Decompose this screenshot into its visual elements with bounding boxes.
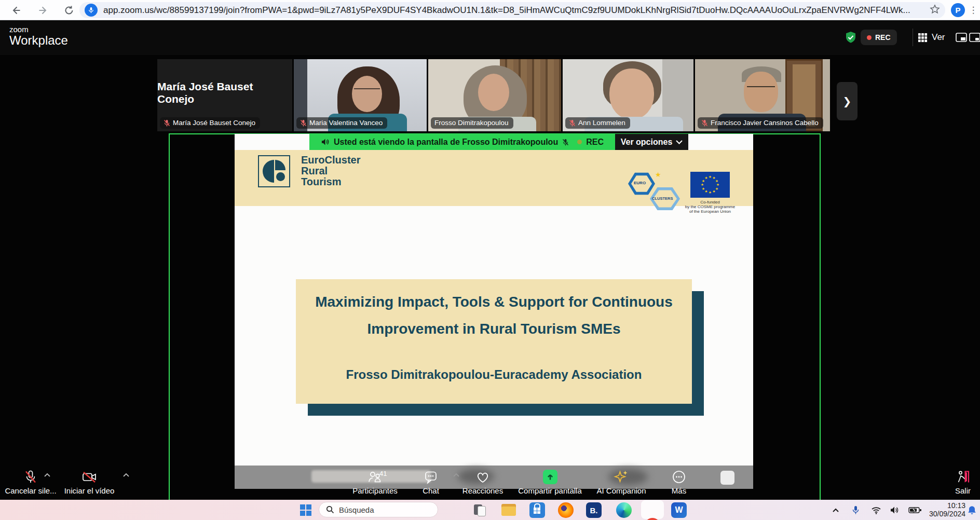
start-video-button[interactable]: Iniciar el vídeo [58, 466, 120, 500]
clock-time: 10:13 [927, 501, 965, 510]
next-participants-button[interactable]: ❯ [837, 82, 857, 120]
participant-name-text: Francisco Javier Cansinos Cabello [711, 119, 819, 127]
active-app-highlight [641, 500, 664, 519]
security-shield-icon[interactable] [844, 31, 857, 46]
chat-button[interactable]: Chat [409, 466, 453, 500]
reactions-button[interactable]: Reacciones [452, 466, 514, 500]
chevron-right-icon: ❯ [843, 95, 852, 107]
participant-tile-maria-jose[interactable]: María José Bauset Conejo María José Baus… [157, 59, 292, 131]
tray-chevron-icon[interactable] [832, 500, 840, 520]
browser-reload-icon[interactable] [62, 4, 76, 17]
start-button-icon[interactable] [300, 504, 311, 516]
booking-app-icon[interactable]: B. [586, 502, 602, 518]
leave-door-icon [955, 469, 971, 485]
video-options-caret-icon[interactable] [122, 470, 130, 480]
share-screen-label: Compartir pantalla [518, 486, 582, 495]
slide-title-line2: Improvement in Rural Tourism SMEs [296, 316, 692, 343]
participant-name-label: Francisco Javier Cansinos Cabello [698, 117, 823, 129]
popout-window-icon[interactable] [969, 32, 980, 45]
video-shape [747, 86, 775, 93]
video-shape [354, 88, 380, 94]
browser-toolbar: app.zoom.us/wc/88599137199/join?fromPWA=… [0, 0, 980, 20]
euroclusters-text-top: EURO [634, 181, 646, 185]
share-screen-button[interactable]: Compartir pantalla [515, 466, 585, 500]
participant-name-text: Maria Valentina Vanceo [309, 119, 383, 127]
participant-name-text: María José Bauset Conejo [173, 119, 255, 127]
mic-options-caret-icon[interactable] [44, 470, 51, 480]
blurred-content [720, 471, 734, 485]
browser-back-icon[interactable] [9, 4, 23, 17]
word-icon[interactable]: W [671, 502, 687, 518]
participant-tile-francisco[interactable]: Francisco Javier Cansinos Cabello [695, 59, 830, 131]
zoom-header: zoom Workplace REC Ver [0, 20, 980, 55]
euroclusters-star-icon: ★ [655, 171, 661, 179]
more-button[interactable]: Más [659, 466, 699, 500]
taskbar-clock[interactable]: 10:13 30/09/2024 [927, 501, 965, 518]
taskbar-search-box[interactable]: Búsqueda [319, 502, 438, 517]
tray-battery-icon[interactable] [908, 500, 922, 520]
brand-line: Tourism [301, 176, 360, 187]
participant-name-label: María José Bauset Conejo [160, 117, 260, 129]
leave-meeting-button[interactable]: Salir [947, 466, 979, 500]
bookmark-star-icon[interactable] [930, 4, 940, 17]
share-banner-text: Usted está viendo la pantalla de Frosso … [334, 138, 558, 147]
tab-mic-in-use-icon[interactable] [85, 4, 98, 17]
logo-shape [276, 172, 285, 181]
address-bar[interactable]: app.zoom.us/wc/88599137199/join?fromPWA=… [79, 2, 945, 18]
more-label: Más [672, 486, 686, 495]
eu-caption-line: Co-funded [676, 200, 744, 204]
ai-companion-label: AI Companion [596, 486, 646, 495]
share-banner-message: Usted está viendo la pantalla de Frosso … [309, 134, 615, 150]
microsoft-store-icon[interactable] [529, 502, 545, 518]
picture-in-picture-icon[interactable] [955, 32, 968, 45]
view-options-button[interactable]: Ver opciones [615, 134, 688, 150]
task-view-icon[interactable] [472, 502, 488, 518]
participant-tile-maria-valentina[interactable]: Maria Valentina Vanceo [294, 59, 427, 131]
muted-mic-icon [562, 139, 569, 146]
unmute-button[interactable]: Cancelar sile... [0, 466, 61, 500]
tray-wifi-icon[interactable] [871, 500, 881, 520]
firefox-icon[interactable] [558, 502, 574, 518]
muted-mic-icon [569, 119, 576, 127]
participants-count-badge: 41 [379, 470, 387, 477]
participant-tile-frosso-active-speaker[interactable]: Frosso Dimitrakopoulou [428, 59, 561, 131]
recording-indicator[interactable]: REC [861, 30, 897, 45]
speaker-icon [321, 138, 330, 146]
more-ellipsis-icon [672, 469, 686, 485]
browser-profile-avatar[interactable]: P [951, 3, 965, 17]
tray-mic-icon[interactable] [852, 500, 860, 520]
header-divider [913, 29, 913, 46]
participants-button[interactable]: 41 Participantes [340, 466, 410, 500]
participant-name-label: Frosso Dimitrakopoulou [431, 117, 513, 129]
camera-off-icon [81, 469, 98, 485]
euroclusters-logo: EURO ★ CLUSTERS [628, 171, 683, 211]
url-text[interactable]: app.zoom.us/wc/88599137199/join?fromPWA=… [103, 5, 925, 16]
browser-forward-icon[interactable] [36, 4, 50, 17]
notification-bell-icon[interactable] [968, 500, 976, 520]
eu-flag-icon: ★★★★★★★★★★★★ [690, 172, 730, 198]
recording-dot-icon [867, 35, 872, 40]
share-screen-icon [543, 469, 557, 485]
view-button[interactable]: Ver [918, 30, 945, 45]
logo-shape [275, 160, 285, 170]
browser-menu-icon[interactable]: ⋮ [969, 4, 978, 16]
ai-companion-button[interactable]: AI Companion [588, 466, 655, 500]
zoom-logo-text: zoom [9, 25, 68, 34]
edge-icon[interactable] [616, 502, 632, 518]
shared-presentation-slide: EuroCluster Rural Tourism EURO ★ CLUSTER… [235, 134, 753, 466]
ai-companion-sparkle-icon [614, 469, 629, 485]
file-explorer-icon[interactable] [501, 502, 517, 518]
logo-shape [263, 160, 274, 183]
search-placeholder-text: Búsqueda [339, 505, 374, 514]
eu-caption-line: of the European Union [676, 209, 744, 214]
windows-taskbar: Búsqueda B. W 10:13 30/09/2024 [0, 500, 980, 520]
tray-speaker-icon[interactable] [890, 500, 900, 520]
chevron-down-icon [676, 140, 683, 144]
mic-muted-icon [23, 469, 38, 485]
unmute-label: Cancelar sile... [5, 486, 56, 495]
chat-icon [424, 469, 438, 485]
brand-line: EuroCluster [301, 155, 360, 166]
recording-label: REC [875, 33, 891, 42]
gallery-view-icon [918, 33, 928, 43]
participant-tile-ann[interactable]: Ann Lommelen [563, 59, 693, 131]
